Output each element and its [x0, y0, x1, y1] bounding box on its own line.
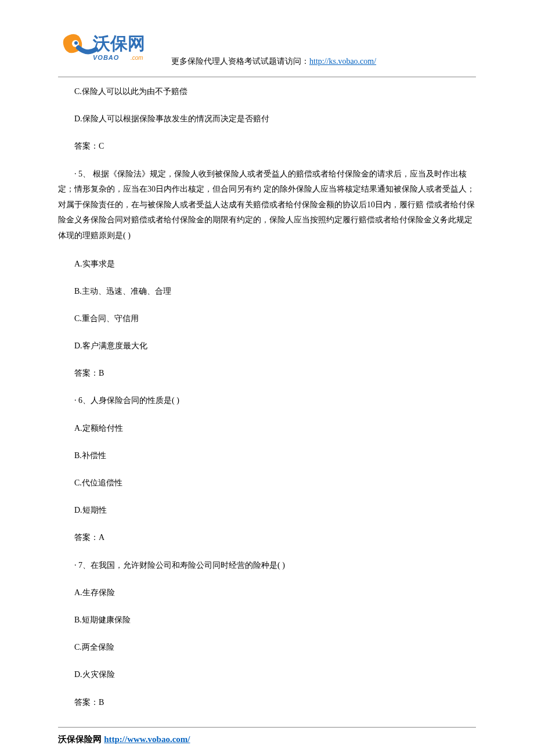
svg-point-1 — [74, 41, 78, 45]
footer-prefix: 沃保保险网 — [58, 734, 104, 744]
header-divider — [58, 77, 476, 77]
q6-option-a: A.定额给付性 — [58, 421, 476, 435]
footer-divider — [58, 727, 476, 728]
q6-option-b: B.补偿性 — [58, 448, 476, 463]
q6-answer: 答案：A — [58, 530, 476, 545]
question-7: · 7、在我国，允许财险公司和寿险公司同时经营的险种是( ) — [58, 558, 476, 573]
question-6: · 6、人身保险合同的性质是( ) — [58, 393, 476, 408]
page-footer: 沃保保险网 http://www.vobao.com/ — [58, 732, 476, 746]
q5-option-b: B.主动、迅速、准确、合理 — [58, 284, 476, 298]
document-content: C.保险人可以以此为由不予赔偿 D.保险人可以根据保险事故发生的情况而决定是否赔… — [58, 84, 476, 710]
header-prefix: 更多保险代理人资格考试试题请访问： — [171, 57, 309, 66]
q7-answer: 答案：B — [58, 695, 476, 710]
q7-option-a: A.生存保险 — [58, 585, 476, 600]
option-d: D.保险人可以根据保险事故发生的情况而决定是否赔付 — [58, 111, 476, 126]
q7-option-c: C.两全保险 — [58, 640, 476, 654]
vobao-logo: 沃保网 VOBAO .com — [58, 29, 165, 70]
q5-option-c: C.重合同、守信用 — [58, 311, 476, 326]
question-5: · 5、 根据《保险法》规定，保险人收到被保险人或者受益人的赔偿或者给付保险金的… — [58, 167, 476, 244]
page-footer-wrap: 沃保保险网 http://www.vobao.com/ — [58, 727, 476, 746]
page-header: 沃保网 VOBAO .com 更多保险代理人资格考试试题请访问：http://k… — [58, 29, 476, 70]
q7-option-b: B.短期健康保险 — [58, 613, 476, 627]
answer: 答案：C — [58, 139, 476, 153]
q6-option-d: D.短期性 — [58, 503, 476, 517]
q7-option-d: D.火灾保险 — [58, 667, 476, 682]
q5-answer: 答案：B — [58, 366, 476, 380]
svg-text:沃保网: 沃保网 — [92, 34, 145, 53]
q5-option-a: A.实事求是 — [58, 257, 476, 271]
footer-link[interactable]: http://www.vobao.com/ — [104, 735, 190, 744]
option-c: C.保险人可以以此为由不予赔偿 — [58, 84, 476, 99]
q6-option-c: C.代位追偿性 — [58, 476, 476, 490]
header-text: 更多保险代理人资格考试试题请访问：http://ks.vobao.com/ — [171, 55, 376, 70]
svg-text:VOBAO: VOBAO — [93, 54, 119, 61]
svg-text:.com: .com — [131, 55, 143, 61]
q5-option-d: D.客户满意度最大化 — [58, 339, 476, 353]
header-link[interactable]: http://ks.vobao.com/ — [309, 57, 376, 66]
